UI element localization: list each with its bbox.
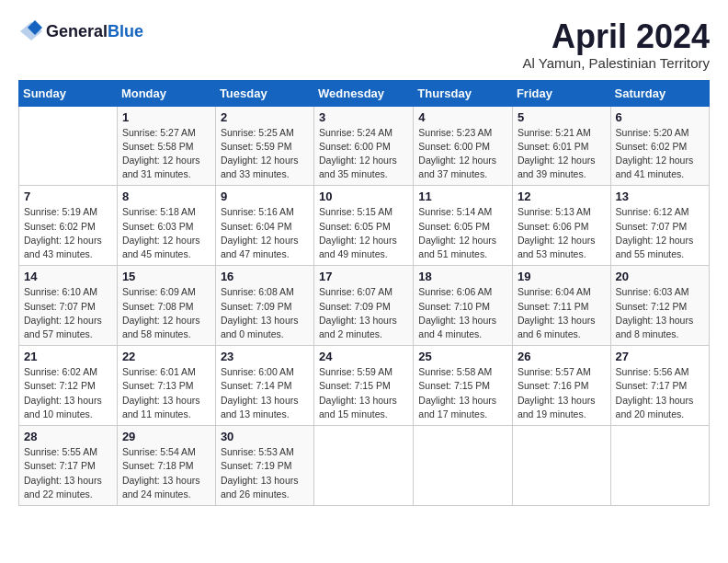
- header-cell-monday: Monday: [117, 80, 215, 106]
- day-number: 4: [418, 110, 507, 124]
- location-title: Al Yamun, Palestinian Territory: [523, 55, 710, 71]
- day-info: Sunrise: 6:04 AM Sunset: 7:11 PM Dayligh…: [518, 285, 606, 341]
- day-info: Sunrise: 6:07 AM Sunset: 7:09 PM Dayligh…: [319, 285, 408, 341]
- calendar-cell: 7Sunrise: 5:19 AM Sunset: 6:02 PM Daylig…: [19, 186, 118, 266]
- day-info: Sunrise: 5:14 AM Sunset: 6:05 PM Dayligh…: [418, 205, 507, 261]
- day-info: Sunrise: 5:18 AM Sunset: 6:03 PM Dayligh…: [122, 205, 210, 261]
- day-info: Sunrise: 6:02 AM Sunset: 7:12 PM Dayligh…: [24, 365, 112, 421]
- calendar-cell: 20Sunrise: 6:03 AM Sunset: 7:12 PM Dayli…: [610, 266, 709, 346]
- calendar-cell: 3Sunrise: 5:24 AM Sunset: 6:00 PM Daylig…: [314, 106, 414, 186]
- day-number: 22: [122, 350, 210, 363]
- calendar-cell: 22Sunrise: 6:01 AM Sunset: 7:13 PM Dayli…: [117, 346, 215, 426]
- day-number: 16: [221, 270, 309, 283]
- day-number: 14: [24, 270, 112, 283]
- calendar-body: 1Sunrise: 5:27 AM Sunset: 5:58 PM Daylig…: [19, 106, 710, 505]
- day-number: 17: [319, 270, 408, 283]
- logo: GeneralBlue: [18, 18, 143, 44]
- day-number: 27: [616, 350, 704, 363]
- header-cell-saturday: Saturday: [610, 80, 709, 106]
- day-number: 25: [418, 350, 507, 363]
- month-title: April 2024: [523, 18, 710, 55]
- day-info: Sunrise: 5:27 AM Sunset: 5:58 PM Dayligh…: [122, 126, 210, 182]
- calendar-table: SundayMondayTuesdayWednesdayThursdayFrid…: [18, 80, 710, 506]
- day-info: Sunrise: 5:24 AM Sunset: 6:00 PM Dayligh…: [319, 126, 408, 182]
- day-info: Sunrise: 5:54 AM Sunset: 7:18 PM Dayligh…: [122, 445, 210, 501]
- day-info: Sunrise: 6:10 AM Sunset: 7:07 PM Dayligh…: [24, 285, 112, 341]
- calendar-cell: 15Sunrise: 6:09 AM Sunset: 7:08 PM Dayli…: [117, 266, 215, 346]
- day-number: 23: [221, 350, 309, 363]
- day-number: 18: [418, 270, 507, 283]
- day-info: Sunrise: 5:23 AM Sunset: 6:00 PM Dayligh…: [418, 126, 507, 182]
- calendar-cell: 8Sunrise: 5:18 AM Sunset: 6:03 PM Daylig…: [117, 186, 215, 266]
- title-area: April 2024 Al Yamun, Palestinian Territo…: [523, 18, 710, 71]
- calendar-cell: 17Sunrise: 6:07 AM Sunset: 7:09 PM Dayli…: [314, 266, 414, 346]
- calendar-cell: [19, 106, 118, 186]
- day-info: Sunrise: 5:13 AM Sunset: 6:06 PM Dayligh…: [518, 205, 606, 261]
- day-info: Sunrise: 5:21 AM Sunset: 6:01 PM Dayligh…: [518, 126, 606, 182]
- day-number: 11: [418, 190, 507, 203]
- day-number: 5: [518, 110, 606, 124]
- header-cell-friday: Friday: [512, 80, 610, 106]
- calendar-week-5: 28Sunrise: 5:55 AM Sunset: 7:17 PM Dayli…: [19, 426, 710, 506]
- header-row: SundayMondayTuesdayWednesdayThursdayFrid…: [19, 80, 710, 106]
- day-info: Sunrise: 5:19 AM Sunset: 6:02 PM Dayligh…: [24, 205, 112, 261]
- calendar-cell: 18Sunrise: 6:06 AM Sunset: 7:10 PM Dayli…: [414, 266, 513, 346]
- day-info: Sunrise: 5:59 AM Sunset: 7:15 PM Dayligh…: [319, 365, 408, 421]
- calendar-week-3: 14Sunrise: 6:10 AM Sunset: 7:07 PM Dayli…: [19, 266, 710, 346]
- logo-icon: [18, 18, 44, 44]
- logo-text-general: General: [46, 22, 108, 40]
- calendar-cell: 16Sunrise: 6:08 AM Sunset: 7:09 PM Dayli…: [215, 266, 313, 346]
- calendar-cell: 6Sunrise: 5:20 AM Sunset: 6:02 PM Daylig…: [610, 106, 709, 186]
- calendar-cell: 24Sunrise: 5:59 AM Sunset: 7:15 PM Dayli…: [314, 346, 414, 426]
- day-info: Sunrise: 5:15 AM Sunset: 6:05 PM Dayligh…: [319, 205, 408, 261]
- calendar-cell: 29Sunrise: 5:54 AM Sunset: 7:18 PM Dayli…: [117, 426, 215, 506]
- calendar-cell: 9Sunrise: 5:16 AM Sunset: 6:04 PM Daylig…: [215, 186, 313, 266]
- day-info: Sunrise: 5:16 AM Sunset: 6:04 PM Dayligh…: [221, 205, 309, 261]
- day-number: 15: [122, 270, 210, 283]
- header-cell-tuesday: Tuesday: [215, 80, 313, 106]
- day-number: 6: [616, 110, 704, 124]
- calendar-cell: 30Sunrise: 5:53 AM Sunset: 7:19 PM Dayli…: [215, 426, 313, 506]
- day-number: 7: [24, 190, 112, 203]
- day-number: 3: [319, 110, 408, 124]
- calendar-cell: [610, 426, 709, 506]
- calendar-cell: 28Sunrise: 5:55 AM Sunset: 7:17 PM Dayli…: [19, 426, 118, 506]
- calendar-cell: 2Sunrise: 5:25 AM Sunset: 5:59 PM Daylig…: [215, 106, 313, 186]
- calendar-cell: 19Sunrise: 6:04 AM Sunset: 7:11 PM Dayli…: [512, 266, 610, 346]
- day-info: Sunrise: 6:01 AM Sunset: 7:13 PM Dayligh…: [122, 365, 210, 421]
- day-number: 9: [221, 190, 309, 203]
- calendar-cell: 10Sunrise: 5:15 AM Sunset: 6:05 PM Dayli…: [314, 186, 414, 266]
- header-cell-wednesday: Wednesday: [314, 80, 414, 106]
- calendar-cell: 14Sunrise: 6:10 AM Sunset: 7:07 PM Dayli…: [19, 266, 118, 346]
- calendar-cell: 11Sunrise: 5:14 AM Sunset: 6:05 PM Dayli…: [414, 186, 513, 266]
- day-number: 21: [24, 350, 112, 363]
- day-info: Sunrise: 6:12 AM Sunset: 7:07 PM Dayligh…: [616, 205, 704, 261]
- calendar-week-2: 7Sunrise: 5:19 AM Sunset: 6:02 PM Daylig…: [19, 186, 710, 266]
- day-info: Sunrise: 5:57 AM Sunset: 7:16 PM Dayligh…: [518, 365, 606, 421]
- day-number: 8: [122, 190, 210, 203]
- calendar-cell: 21Sunrise: 6:02 AM Sunset: 7:12 PM Dayli…: [19, 346, 118, 426]
- day-info: Sunrise: 5:20 AM Sunset: 6:02 PM Dayligh…: [616, 126, 704, 182]
- calendar-cell: 27Sunrise: 5:56 AM Sunset: 7:17 PM Dayli…: [610, 346, 709, 426]
- day-number: 24: [319, 350, 408, 363]
- day-number: 29: [122, 430, 210, 443]
- day-number: 13: [616, 190, 704, 203]
- day-number: 2: [221, 110, 309, 124]
- day-number: 20: [616, 270, 704, 283]
- day-info: Sunrise: 6:00 AM Sunset: 7:14 PM Dayligh…: [221, 365, 309, 421]
- calendar-cell: 1Sunrise: 5:27 AM Sunset: 5:58 PM Daylig…: [117, 106, 215, 186]
- day-number: 10: [319, 190, 408, 203]
- day-info: Sunrise: 6:08 AM Sunset: 7:09 PM Dayligh…: [221, 285, 309, 341]
- logo-text-blue: Blue: [108, 22, 143, 40]
- calendar-cell: [414, 426, 513, 506]
- day-info: Sunrise: 5:56 AM Sunset: 7:17 PM Dayligh…: [616, 365, 704, 421]
- calendar-week-4: 21Sunrise: 6:02 AM Sunset: 7:12 PM Dayli…: [19, 346, 710, 426]
- header-cell-thursday: Thursday: [414, 80, 513, 106]
- calendar-cell: 23Sunrise: 6:00 AM Sunset: 7:14 PM Dayli…: [215, 346, 313, 426]
- day-number: 1: [122, 110, 210, 124]
- calendar-cell: [314, 426, 414, 506]
- day-info: Sunrise: 5:58 AM Sunset: 7:15 PM Dayligh…: [418, 365, 507, 421]
- day-info: Sunrise: 5:53 AM Sunset: 7:19 PM Dayligh…: [221, 445, 309, 501]
- calendar-cell: 12Sunrise: 5:13 AM Sunset: 6:06 PM Dayli…: [512, 186, 610, 266]
- day-number: 19: [518, 270, 606, 283]
